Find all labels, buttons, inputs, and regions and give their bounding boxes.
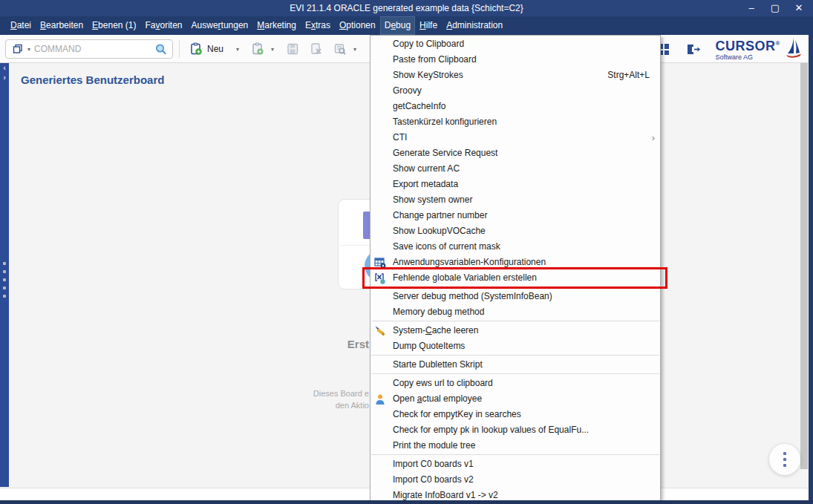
minimize-icon[interactable]: –: [743, 0, 760, 16]
partial-text-line1: Dieses Board e: [281, 389, 369, 398]
logout-icon[interactable]: [686, 42, 701, 56]
menubar-item-favoriten[interactable]: Favoriten: [140, 16, 186, 35]
menu-item-memory-debug-method[interactable]: Memory debug method: [370, 304, 660, 320]
discard-x-icon: [309, 42, 324, 56]
kebab-menu-icon: [783, 452, 786, 467]
collapse-left-icon[interactable]: ‹: [0, 63, 9, 73]
vertical-scrollbar[interactable]: [800, 63, 808, 469]
discard-button[interactable]: [306, 39, 327, 59]
clipboard-plus-icon: [189, 42, 203, 56]
partial-text-line2: den Aktio: [281, 401, 369, 410]
save-icon: [285, 42, 300, 56]
window-controls: – ▢ ✕: [743, 0, 807, 16]
menu-item-open-actual-employee[interactable]: Open actual employee: [370, 391, 660, 407]
menu-item-check-empytkey-searches[interactable]: Check for empytKey in searches: [370, 407, 660, 422]
person-icon: [373, 393, 386, 405]
window-copy-icon: [10, 42, 25, 56]
annotation-highlight-box: [362, 267, 667, 289]
maximize-icon[interactable]: ▢: [767, 0, 783, 16]
menu-item-show-current-ac[interactable]: Show current AC: [370, 161, 660, 177]
search-form-button[interactable]: ▾: [330, 39, 362, 59]
menu-separator: [371, 454, 659, 456]
menu-item-print-module-tree[interactable]: Print the module tree: [370, 438, 660, 454]
toolbar-separator: [179, 40, 180, 58]
menu-item-check-empty-pk-lookup[interactable]: Check for empty pk in lookup values of E…: [370, 422, 660, 438]
menu-item-copy-to-clipboard[interactable]: Copy to Clipboard: [370, 36, 660, 52]
page-title: Generiertes Benutzerboard: [21, 73, 164, 86]
caret-down-icon[interactable]: ▾: [353, 46, 356, 53]
menubar-item-extras[interactable]: Extras: [301, 16, 335, 35]
brand-subtitle: Software AG: [716, 54, 780, 61]
close-icon[interactable]: ✕: [791, 0, 807, 16]
menubar-item-debug[interactable]: Debug: [380, 16, 415, 35]
menu-item-cti[interactable]: CTI›: [370, 130, 660, 145]
window-border-right: [809, 16, 813, 504]
search-icon[interactable]: [153, 42, 168, 56]
menu-item-copy-ews-url[interactable]: Copy ews url to clipboard: [370, 376, 660, 391]
toolbar-buttons: Neu ▾ ▾: [186, 38, 385, 60]
menu-item-dump-quoteitems[interactable]: Dump QuoteItems: [370, 338, 660, 354]
menu-separator: [371, 355, 659, 356]
neu-button-label: Neu: [207, 44, 223, 54]
caret-down-icon[interactable]: ▾: [27, 46, 30, 53]
left-sidebar-strip: ‹ ›: [0, 63, 9, 487]
neu-button[interactable]: Neu ▾: [186, 39, 244, 59]
broom-icon: [373, 324, 386, 337]
menu-item-save-icons-of-current-mask[interactable]: Save icons of current mask: [370, 239, 660, 255]
menu-item-show-keystrokes[interactable]: Show KeyStrokesStrg+Alt+L: [370, 68, 660, 83]
menubar-item-bearbeiten[interactable]: Bearbeiten: [36, 16, 88, 35]
menubar-item-auswertungen[interactable]: Auswertungen: [187, 16, 253, 35]
menu-item-starte-dubletten-skript[interactable]: Starte Dubletten Skript: [370, 357, 660, 373]
menubar-item-optionen[interactable]: Optionen: [335, 16, 380, 35]
menu-item-change-partner-number[interactable]: Change partner number: [370, 208, 660, 223]
window-border-bottom: [0, 500, 813, 504]
menu-item-show-lookupvocache[interactable]: Show LookupVOCache: [370, 223, 660, 239]
title-bar: EVI 21.1.4 ORACLE generated example data…: [0, 0, 813, 16]
command-input[interactable]: [33, 43, 153, 55]
menu-item-getcacheinfo[interactable]: getCacheInfo: [370, 99, 660, 114]
paste-plus-icon: [250, 42, 265, 56]
menu-item-generate-service-request[interactable]: Generate Service Request: [370, 145, 660, 161]
more-options-button[interactable]: [769, 444, 800, 475]
shortcut-label: Strg+Alt+L: [607, 68, 650, 83]
menu-item-groovy[interactable]: Groovy: [370, 83, 660, 99]
search-form-icon: [333, 42, 347, 56]
drag-handle[interactable]: [3, 262, 6, 298]
partial-heading: Erst: [319, 338, 369, 350]
menu-item-export-metadata[interactable]: Export metadata: [370, 177, 660, 192]
application-window: EVI 21.1.4 ORACLE generated example data…: [0, 0, 813, 504]
menubar-item-ebenen[interactable]: Ebenen (1): [88, 16, 140, 35]
menubar-item-hilfe[interactable]: Hilfe: [415, 16, 442, 35]
menu-item-import-c0-boards-v1[interactable]: Import C0 boards v1: [370, 456, 660, 472]
menubar-item-datei[interactable]: Datei: [6, 16, 36, 35]
menu-item-show-system-owner[interactable]: Show system owner: [370, 192, 660, 208]
brand-name: CURSOR: [716, 39, 776, 53]
paste-special-button[interactable]: ▾: [247, 39, 279, 59]
sailboat-icon: [783, 37, 803, 61]
command-box[interactable]: ▾: [5, 39, 173, 59]
expand-right-icon[interactable]: ›: [0, 73, 9, 82]
menu-separator: [371, 321, 659, 322]
menu-item-server-debug-method[interactable]: Server debug method (SystemInfoBean): [370, 289, 660, 304]
menu-item-import-c0-boards-v2[interactable]: Import C0 boards v2: [370, 472, 660, 488]
window-title: EVI 21.1.4 ORACLE generated example data…: [0, 0, 813, 16]
menu-item-system-cache-leeren[interactable]: System-Cache leeren: [370, 323, 660, 338]
menu-bar: Datei Bearbeiten Ebenen (1) Favoriten Au…: [0, 16, 813, 35]
caret-down-icon[interactable]: ▾: [236, 46, 239, 53]
save-button[interactable]: [282, 39, 303, 59]
submenu-arrow-icon: ›: [652, 130, 655, 145]
brand-logo: CURSOR® Software AG: [716, 37, 803, 61]
caret-down-icon[interactable]: ▾: [271, 46, 274, 53]
brand-registered-mark: ®: [776, 40, 780, 47]
menubar-item-administration[interactable]: Administration: [442, 16, 507, 35]
menubar-item-marketing[interactable]: Marketing: [252, 16, 301, 35]
menu-item-tastenkuerzel-konfigurieren[interactable]: Tastenkürzel konfigurieren: [370, 114, 660, 130]
menu-item-paste-from-clipboard[interactable]: Paste from Clipboard: [370, 52, 660, 68]
menu-separator: [371, 373, 659, 375]
